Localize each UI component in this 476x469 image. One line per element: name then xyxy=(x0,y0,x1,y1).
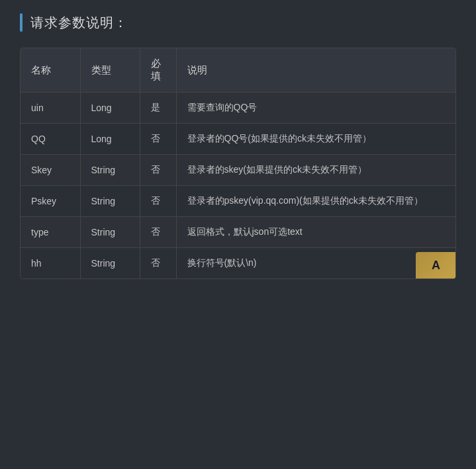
cell-required: 是 xyxy=(140,93,176,124)
table-header-row: 名称 类型 必填 说明 xyxy=(21,48,455,93)
cell-type: String xyxy=(80,217,140,248)
cell-type: Long xyxy=(80,124,140,155)
cell-desc: 返回格式，默认json可选text xyxy=(176,217,455,248)
cell-desc: 登录者的pskey(vip.qq.com)(如果提供的ck未失效不用管） xyxy=(176,186,455,217)
cell-name: uin xyxy=(21,93,80,124)
cell-type: String xyxy=(80,186,140,217)
cell-desc: 换行符号(默认\n)A xyxy=(176,248,455,279)
params-table: 名称 类型 必填 说明 uinLong是需要查询的QQ号QQLong否登录者的Q… xyxy=(21,48,455,278)
table-row: QQLong否登录者的QQ号(如果提供的ck未失效不用管） xyxy=(21,124,455,155)
params-table-wrapper: 名称 类型 必填 说明 uinLong是需要查询的QQ号QQLong否登录者的Q… xyxy=(20,48,456,279)
col-header-required: 必填 xyxy=(140,48,176,93)
page-title: 请求参数说明： xyxy=(30,14,128,32)
cell-name: Skey xyxy=(21,155,80,186)
cell-name: QQ xyxy=(21,124,80,155)
cell-type: String xyxy=(80,155,140,186)
table-row: uinLong是需要查询的QQ号 xyxy=(21,93,455,124)
cell-required: 否 xyxy=(140,124,176,155)
table-row: typeString否返回格式，默认json可选text xyxy=(21,217,455,248)
accent-bar xyxy=(20,13,23,32)
cell-name: type xyxy=(21,217,80,248)
cell-required: 否 xyxy=(140,248,176,279)
watermark: A xyxy=(416,252,455,278)
cell-required: 否 xyxy=(140,186,176,217)
cell-desc: 需要查询的QQ号 xyxy=(176,93,455,124)
table-row: SkeyString否登录者的skey(如果提供的ck未失效不用管） xyxy=(21,155,455,186)
cell-required: 否 xyxy=(140,217,176,248)
cell-name: Pskey xyxy=(21,186,80,217)
table-row: PskeyString否登录者的pskey(vip.qq.com)(如果提供的c… xyxy=(21,186,455,217)
cell-desc: 登录者的skey(如果提供的ck未失效不用管） xyxy=(176,155,455,186)
cell-required: 否 xyxy=(140,155,176,186)
cell-desc: 登录者的QQ号(如果提供的ck未失效不用管） xyxy=(176,124,455,155)
col-header-type: 类型 xyxy=(80,48,140,93)
table-row: hhString否换行符号(默认\n)A xyxy=(21,248,455,279)
col-header-desc: 说明 xyxy=(176,48,455,93)
cell-type: String xyxy=(80,248,140,279)
col-header-name: 名称 xyxy=(21,48,80,93)
page-header: 请求参数说明： xyxy=(20,13,456,32)
cell-type: Long xyxy=(80,93,140,124)
cell-name: hh xyxy=(21,248,80,279)
